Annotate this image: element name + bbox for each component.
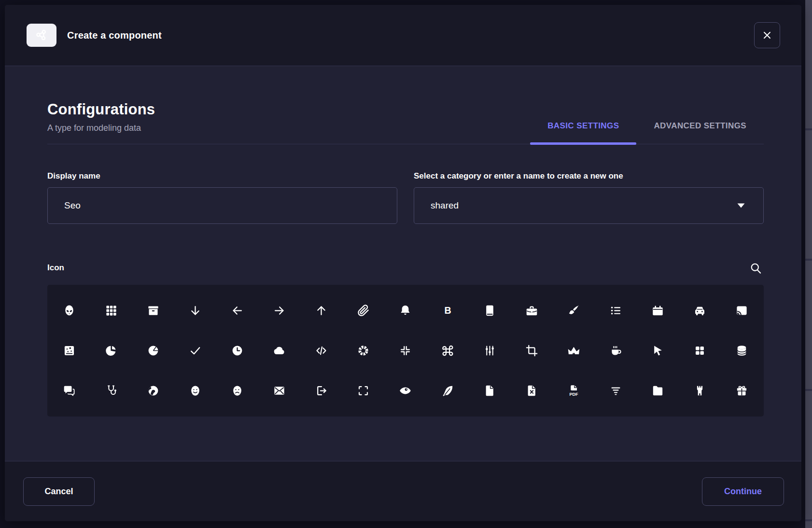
icon-option-cloud[interactable] (258, 331, 300, 371)
icon-option-controls[interactable] (469, 331, 511, 371)
modal-header: Create a component (5, 5, 801, 66)
icon-option-cursor[interactable] (637, 331, 679, 371)
page-title: Configurations (47, 101, 155, 118)
icon-option-bell[interactable] (384, 291, 426, 331)
category-label: Select a category or enter a name to cre… (414, 171, 764, 181)
chart-pie-icon (147, 344, 160, 357)
icon-option-gift[interactable] (721, 371, 763, 411)
modal-title: Create a component (67, 30, 162, 41)
file-pdf-icon: PDF (567, 384, 580, 397)
display-name-label: Display name (47, 171, 397, 181)
file-error-icon (525, 384, 538, 397)
icon-option-cast[interactable] (721, 291, 763, 331)
svg-text:PDF: PDF (569, 392, 578, 397)
icon-option-earth[interactable] (132, 371, 174, 411)
icon-option-envelope[interactable] (258, 371, 300, 411)
icon-option-expand[interactable] (342, 371, 384, 411)
icon-option-brush[interactable] (553, 291, 595, 331)
icon-option-feather[interactable] (427, 371, 469, 411)
icon-option-exit[interactable] (300, 371, 342, 411)
modal-footer: Cancel Continue (5, 461, 801, 521)
icon-option-apps[interactable] (90, 291, 132, 331)
icon-option-emotion-unhappy[interactable] (216, 371, 258, 411)
cursor-icon (651, 344, 664, 357)
icon-option-eye[interactable] (384, 371, 426, 411)
icon-option-dashboard[interactable] (679, 331, 721, 371)
icon-option-arrow-right[interactable] (258, 291, 300, 331)
heading-block: Configurations A type for modeling data (47, 101, 155, 144)
icon-option-arrow-down[interactable] (174, 291, 216, 331)
icon-grid: BPDF (47, 285, 764, 417)
icon-option-attachment[interactable] (342, 291, 384, 331)
display-name-input[interactable] (47, 187, 397, 224)
icon-option-cog[interactable] (342, 331, 384, 371)
tab-advanced-settings[interactable]: ADVANCED SETTINGS (636, 121, 764, 144)
doctor-icon (105, 384, 118, 397)
page-scrollbar[interactable] (805, 0, 812, 528)
chart-bubble-icon (63, 344, 76, 357)
chevron-down-icon (735, 200, 747, 211)
icon-option-cup[interactable] (595, 331, 637, 371)
icon-option-alien[interactable] (48, 291, 90, 331)
icon-option-briefcase[interactable] (511, 291, 553, 331)
icon-picker-section: Icon BPDF (47, 260, 764, 417)
tab-basic-settings[interactable]: BASIC SETTINGS (530, 121, 636, 144)
icon-option-crown[interactable] (553, 331, 595, 371)
gate-icon (693, 384, 706, 397)
icon-option-chart-pie[interactable] (132, 331, 174, 371)
icon-option-archive[interactable] (132, 291, 174, 331)
icon-option-command[interactable] (427, 331, 469, 371)
icon-option-calendar[interactable] (637, 291, 679, 331)
cast-icon (735, 304, 748, 317)
icon-option-chart-circle[interactable] (90, 331, 132, 371)
controls-icon (483, 344, 496, 357)
icon-option-bold[interactable]: B (427, 291, 469, 331)
chart-circle-icon (105, 344, 118, 357)
car-icon (693, 304, 706, 317)
filter-icon (609, 384, 622, 397)
configurations-header-row: Configurations A type for modeling data … (47, 101, 764, 144)
icon-option-collapse[interactable] (384, 331, 426, 371)
arrow-left-icon (231, 304, 244, 317)
icon-option-clock[interactable] (216, 331, 258, 371)
icon-option-gate[interactable] (679, 371, 721, 411)
search-icon (749, 262, 762, 275)
icon-option-filter[interactable] (595, 371, 637, 411)
icon-option-file[interactable] (469, 371, 511, 411)
icon-option-doctor[interactable] (90, 371, 132, 411)
icon-option-database[interactable] (721, 331, 763, 371)
icon-option-arrow-up[interactable] (300, 291, 342, 331)
icon-option-file-pdf[interactable]: PDF (553, 371, 595, 411)
page-background: Create a component Configurations A type… (0, 0, 812, 528)
file-icon (483, 384, 496, 397)
discuss-icon (63, 384, 76, 397)
icon-picker-head: Icon (47, 260, 764, 276)
icon-option-book[interactable] (469, 291, 511, 331)
icon-option-code[interactable] (300, 331, 342, 371)
category-select[interactable]: shared (414, 187, 764, 224)
category-field: Select a category or enter a name to cre… (414, 171, 764, 224)
bold-icon: B (441, 304, 454, 317)
icon-option-chart-bubble[interactable] (48, 331, 90, 371)
cancel-button[interactable]: Cancel (23, 477, 95, 506)
icon-option-discuss[interactable] (48, 371, 90, 411)
icon-option-bullet-list[interactable] (595, 291, 637, 331)
continue-button[interactable]: Continue (702, 477, 784, 506)
icon-option-crop[interactable] (511, 331, 553, 371)
icon-option-emotion-happy[interactable] (174, 371, 216, 411)
close-button[interactable] (754, 22, 780, 48)
icon-option-file-error[interactable] (511, 371, 553, 411)
emotion-happy-icon (189, 384, 202, 397)
collapse-icon (399, 344, 412, 357)
icon-option-folder[interactable] (637, 371, 679, 411)
icon-search-button[interactable] (747, 260, 764, 276)
icon-option-car[interactable] (679, 291, 721, 331)
feather-icon (441, 384, 454, 397)
crop-icon (525, 344, 538, 357)
category-select-value: shared (431, 200, 459, 211)
icon-option-check[interactable] (174, 331, 216, 371)
envelope-icon (273, 384, 286, 397)
icon-option-arrow-left[interactable] (216, 291, 258, 331)
dashboard-icon (693, 344, 706, 357)
settings-tabs: BASIC SETTINGSADVANCED SETTINGS (530, 121, 764, 144)
